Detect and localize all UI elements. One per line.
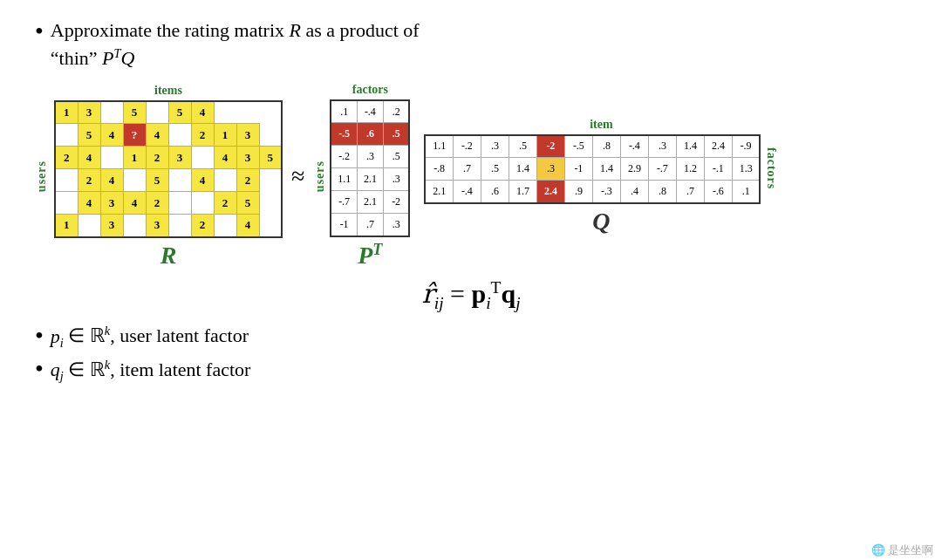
r-cell: 4 bbox=[78, 192, 100, 215]
q-cell: -2 bbox=[536, 135, 564, 158]
r-cell: 1 bbox=[123, 147, 146, 169]
r-cell bbox=[168, 192, 191, 215]
bullet2-text: pi ∈ ℝk, user latent factor bbox=[51, 324, 249, 351]
pt-cell: 1.1 bbox=[331, 168, 357, 191]
pt-cell: .1 bbox=[331, 100, 357, 123]
pt-cell: .5 bbox=[383, 123, 409, 146]
r-cell: 4 bbox=[146, 124, 168, 147]
q-cell: -.2 bbox=[453, 135, 481, 158]
table-row: 1.1 2.1 .3 bbox=[331, 168, 409, 191]
r-cell: 4 bbox=[123, 192, 146, 215]
q-cell: 1.4 bbox=[592, 158, 620, 181]
r-cell: 5 bbox=[259, 147, 282, 169]
r-cell: 2 bbox=[214, 192, 236, 215]
q-cell: .3 bbox=[481, 135, 509, 158]
r-cell: 5 bbox=[146, 169, 168, 192]
table-row: -1 .7 .3 bbox=[331, 214, 409, 236]
r-cell bbox=[146, 101, 168, 124]
r-cell: 5 bbox=[168, 101, 191, 124]
table-row: 1 3 5 5 4 bbox=[55, 101, 282, 124]
q-matrix: 1.1 -.2 .3 .5 -2 -.5 .8 -.4 .3 1.4 2.4 -… bbox=[424, 134, 761, 204]
r-cell bbox=[168, 124, 191, 147]
bullet-dot-1: • bbox=[35, 14, 44, 48]
pt-cell: .3 bbox=[357, 146, 383, 168]
users-label-pt: users bbox=[313, 160, 327, 192]
users-label: users bbox=[35, 160, 49, 192]
q-cell: 1.4 bbox=[676, 135, 704, 158]
q-cell: 1.1 bbox=[425, 135, 453, 158]
q-cell: .1 bbox=[732, 181, 760, 203]
bullet-section: • pi ∈ ℝk, user latent factor • qj ∈ ℝk,… bbox=[35, 324, 907, 384]
pt-cell: .2 bbox=[383, 100, 409, 123]
r-cell: 2 bbox=[191, 215, 214, 237]
r-cell: 5 bbox=[78, 124, 100, 147]
pt-cell: .6 bbox=[357, 123, 383, 146]
bullet2: • pi ∈ ℝk, user latent factor bbox=[35, 324, 907, 351]
q-cell: .8 bbox=[592, 135, 620, 158]
items-label: items bbox=[154, 84, 182, 98]
r-cell bbox=[55, 124, 78, 147]
q-cell: 2.1 bbox=[425, 181, 453, 203]
q-cell: -.8 bbox=[425, 158, 453, 181]
r-cell: 2 bbox=[55, 147, 78, 169]
q-cell: 1.7 bbox=[509, 181, 536, 203]
table-row: 2 4 1 2 3 4 3 5 bbox=[55, 147, 282, 169]
r-cell: 5 bbox=[123, 101, 146, 124]
table-row: .1 -.4 .2 bbox=[331, 100, 409, 123]
r-cell bbox=[191, 192, 214, 215]
r-cell bbox=[214, 215, 236, 237]
r-cell bbox=[55, 169, 78, 192]
big-formula: r̂ij = piTqj bbox=[35, 278, 907, 313]
r-cell: 4 bbox=[236, 215, 259, 237]
factors-right-label: factors bbox=[764, 147, 778, 189]
r-cell: 3 bbox=[168, 147, 191, 169]
table-row: -.2 .3 .5 bbox=[331, 146, 409, 168]
r-cell: 3 bbox=[100, 215, 123, 237]
pt-cell: 2.1 bbox=[357, 191, 383, 214]
q-cell: .5 bbox=[509, 135, 536, 158]
r-cell bbox=[191, 147, 214, 169]
item-label: item bbox=[590, 118, 612, 132]
r-label: R bbox=[160, 242, 177, 270]
r-cell: 2 bbox=[146, 147, 168, 169]
q-cell: -.6 bbox=[704, 181, 732, 203]
table-row: 5 4 ? 4 2 1 3 bbox=[55, 124, 282, 147]
r-cell: 2 bbox=[191, 124, 214, 147]
bullet1: • Approximate the rating matrix R as a p… bbox=[35, 17, 907, 72]
r-cell bbox=[168, 169, 191, 192]
table-row: 1.1 -.2 .3 .5 -2 -.5 .8 -.4 .3 1.4 2.4 -… bbox=[425, 135, 760, 158]
r-cell bbox=[123, 215, 146, 237]
pt-cell: -2 bbox=[383, 191, 409, 214]
q-cell: 1.3 bbox=[732, 158, 760, 181]
r-cell: 2 bbox=[78, 169, 100, 192]
q-cell: -.4 bbox=[453, 181, 481, 203]
q-label: Q bbox=[592, 208, 610, 236]
diagram-area: users items 1 3 5 5 4 5 4 ? bbox=[35, 83, 907, 270]
table-row: -.7 2.1 -2 bbox=[331, 191, 409, 214]
pt-cell: -.5 bbox=[331, 123, 357, 146]
r-cell bbox=[100, 101, 123, 124]
table-row: 1 3 3 2 4 bbox=[55, 215, 282, 237]
bullet3: • qj ∈ ℝk, item latent factor bbox=[35, 358, 907, 385]
r-cell: 4 bbox=[100, 169, 123, 192]
r-cell: 5 bbox=[236, 192, 259, 215]
q-cell: 2.4 bbox=[536, 181, 564, 203]
bullet-dot-2: • bbox=[35, 322, 44, 350]
pt-cell: .3 bbox=[383, 214, 409, 236]
r-cell: 4 bbox=[78, 147, 100, 169]
r-cell: ? bbox=[123, 124, 146, 147]
r-cell: 3 bbox=[236, 124, 259, 147]
r-cell: 1 bbox=[55, 101, 78, 124]
r-cell: 2 bbox=[236, 169, 259, 192]
q-cell: 2.4 bbox=[704, 135, 732, 158]
formula-text: r̂ij = piTqj bbox=[421, 279, 520, 308]
q-cell: .8 bbox=[648, 181, 676, 203]
table-row: 2 4 5 4 2 bbox=[55, 169, 282, 192]
pt-cell: .7 bbox=[357, 214, 383, 236]
pt-cell: 2.1 bbox=[357, 168, 383, 191]
q-cell: .6 bbox=[481, 181, 509, 203]
q-cell: 1.4 bbox=[509, 158, 536, 181]
approx-symbol: ≈ bbox=[291, 162, 304, 190]
table-row: -.8 .7 .5 1.4 .3 -1 1.4 2.9 -.7 1.2 -.1 … bbox=[425, 158, 760, 181]
q-cell: .4 bbox=[620, 181, 648, 203]
